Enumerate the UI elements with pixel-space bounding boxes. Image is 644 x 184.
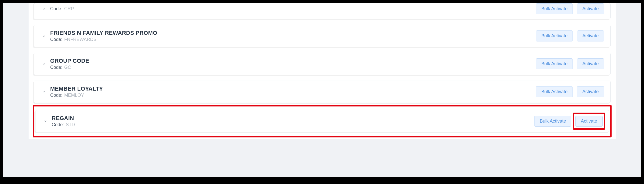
promotion-card: Code: CRP Bulk Activate Activate — [34, 3, 611, 19]
promotion-title: REGAIN — [52, 115, 534, 122]
promotion-card: MEMBER LOYALTY Code: MEMLOY Bulk Activat… — [34, 81, 611, 103]
code-value: GC — [64, 65, 71, 70]
promotion-info: GROUP CODE Code: GC — [50, 58, 536, 70]
code-value: FNFREWARDS — [64, 37, 96, 42]
promotion-info: FRIENDS N FAMILY REWARDS PROMO Code: FNF… — [50, 30, 536, 42]
code-value: STD — [66, 122, 75, 127]
promotion-title: MEMBER LOYALTY — [50, 85, 536, 92]
chevron-down-icon — [42, 62, 46, 66]
promotion-info: Code: CRP — [50, 6, 536, 12]
activate-button[interactable]: Activate — [577, 30, 604, 41]
chevron-down-icon — [42, 34, 46, 38]
activate-button[interactable]: Activate — [577, 58, 604, 69]
promotion-actions: Bulk Activate Activate — [536, 58, 604, 69]
promotion-code-line: Code: CRP — [50, 6, 536, 12]
promotion-code-line: Code: FNFREWARDS — [50, 37, 536, 42]
code-label: Code: — [50, 65, 63, 70]
promotion-card: FRIENDS N FAMILY REWARDS PROMO Code: FNF… — [34, 25, 611, 47]
expand-toggle[interactable] — [40, 62, 48, 66]
bulk-activate-button[interactable]: Bulk Activate — [534, 116, 571, 127]
expand-toggle[interactable] — [42, 119, 49, 123]
promotion-actions: Bulk Activate Activate — [534, 116, 602, 127]
promotion-actions: Bulk Activate Activate — [536, 3, 604, 14]
activate-button[interactable]: Activate — [575, 116, 602, 127]
promotion-info: REGAIN Code: STD — [52, 115, 534, 127]
promotion-code-line: Code: GC — [50, 65, 536, 70]
expand-toggle[interactable] — [40, 7, 48, 11]
promotion-list: Code: CRP Bulk Activate Activate FRIENDS… — [34, 3, 611, 134]
content-panel: Code: CRP Bulk Activate Activate FRIENDS… — [29, 3, 616, 139]
bulk-activate-button[interactable]: Bulk Activate — [536, 30, 573, 41]
bulk-activate-button[interactable]: Bulk Activate — [536, 58, 573, 69]
code-value: CRP — [64, 6, 74, 11]
code-label: Code: — [50, 6, 63, 11]
expand-toggle[interactable] — [40, 90, 48, 94]
promotion-info: MEMBER LOYALTY Code: MEMLOY — [50, 85, 536, 98]
bulk-activate-button[interactable]: Bulk Activate — [536, 86, 573, 97]
promotion-card: REGAIN Code: STD Bulk Activate Activate — [35, 110, 609, 132]
promotion-code-line: Code: STD — [52, 122, 534, 127]
code-value: MEMLOY — [64, 93, 84, 98]
promotion-actions: Bulk Activate Activate — [536, 30, 604, 41]
expand-toggle[interactable] — [40, 34, 48, 38]
bulk-activate-button[interactable]: Bulk Activate — [536, 3, 573, 14]
promotion-card: GROUP CODE Code: GC Bulk Activate Activa… — [34, 53, 611, 75]
chevron-down-icon — [43, 119, 47, 123]
promotion-title: FRIENDS N FAMILY REWARDS PROMO — [50, 30, 536, 36]
promotion-title: GROUP CODE — [50, 58, 536, 64]
activate-button[interactable]: Activate — [577, 3, 604, 14]
highlight-annotation-activate: Activate — [575, 116, 602, 127]
chevron-down-icon — [42, 7, 46, 11]
promotion-code-line: Code: MEMLOY — [50, 93, 536, 98]
activate-button[interactable]: Activate — [577, 86, 604, 97]
chevron-down-icon — [42, 90, 46, 94]
page-background: Code: CRP Bulk Activate Activate FRIENDS… — [3, 3, 641, 177]
promotion-actions: Bulk Activate Activate — [536, 86, 604, 97]
code-label: Code: — [50, 37, 63, 42]
code-label: Code: — [52, 122, 64, 127]
code-label: Code: — [50, 93, 63, 98]
highlight-annotation: REGAIN Code: STD Bulk Activate Activate — [33, 105, 612, 137]
